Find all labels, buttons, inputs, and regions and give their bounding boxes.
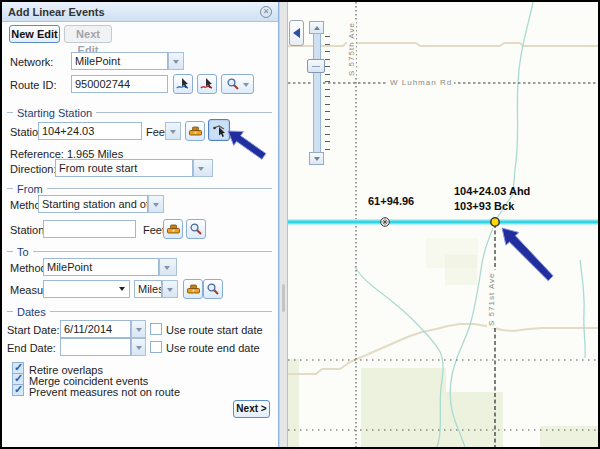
- zoom-slider-handle[interactable]: [307, 59, 325, 73]
- network-select[interactable]: MilePoint: [71, 52, 168, 70]
- field-polygons: [288, 238, 598, 447]
- station-back-label: 103+93 Bck: [454, 200, 514, 212]
- measure-tool-icon: [188, 124, 203, 138]
- clear-selection-icon: [200, 77, 214, 91]
- map-canvas[interactable]: 61+94.96 104+24.03 Ahd 103+93 Bck W Luhm…: [288, 2, 598, 447]
- from-measure-tool-button[interactable]: [163, 219, 183, 239]
- measure-tool-icon: [186, 282, 201, 296]
- station-unit-dropdown-arrow-icon[interactable]: [165, 122, 181, 140]
- station-input[interactable]: 104+24.03: [38, 122, 142, 140]
- dates-legend: Dates: [7, 305, 272, 318]
- clear-route-selection-button[interactable]: [197, 74, 217, 94]
- map-annotation-arrow: [502, 228, 553, 281]
- network-dropdown-arrow-icon[interactable]: [168, 52, 184, 70]
- use-route-start-date-label: Use route start date: [166, 323, 263, 337]
- prevent-measures-checkbox[interactable]: [12, 384, 24, 396]
- from-method-select[interactable]: Starting station and offset: [38, 195, 148, 213]
- measure-unit-select[interactable]: Miles: [134, 280, 162, 298]
- road-label-575th: S 575th Ave: [347, 20, 356, 78]
- direction-select[interactable]: From route start: [55, 159, 193, 177]
- collapse-arrow-icon: [293, 28, 300, 38]
- to-method-dropdown-arrow-icon[interactable]: [159, 258, 177, 276]
- measure-combo[interactable]: [43, 280, 130, 298]
- measure-tool-button[interactable]: [183, 279, 203, 299]
- map-graphics: [288, 2, 598, 447]
- from-station-label: Station:: [10, 223, 47, 237]
- start-date-dropdown-arrow-icon[interactable]: [131, 320, 146, 338]
- select-route-on-map-button[interactable]: [173, 74, 193, 94]
- measure-tool-icon: [166, 222, 181, 236]
- pick-station-from-map-button[interactable]: [208, 119, 230, 141]
- application-window: Add Linear Events ✕ New Edit Next Edit N…: [0, 0, 600, 449]
- zoom-slider-track[interactable]: [313, 33, 321, 153]
- search-icon: [226, 77, 240, 91]
- direction-label: Direction:: [10, 162, 56, 176]
- new-edit-button[interactable]: New Edit: [9, 25, 60, 43]
- zoom-in-icon: [314, 26, 320, 30]
- from-method-dropdown-arrow-icon[interactable]: [148, 195, 164, 213]
- pick-station-icon: [212, 123, 227, 138]
- zoom-slider-ticks: [325, 36, 330, 150]
- reference-post-marker: [381, 218, 390, 227]
- legend-text: Dates: [17, 306, 46, 318]
- end-date-input[interactable]: [60, 338, 131, 356]
- use-route-start-date-checkbox[interactable]: [150, 323, 162, 335]
- search-icon: [189, 222, 203, 236]
- station-measure-tool-button[interactable]: [185, 121, 205, 141]
- search-dropdown-caret-icon: [243, 83, 249, 90]
- road-label-luhman: W Luhman Rd: [388, 78, 454, 87]
- measure-combo-caret-icon[interactable]: [119, 287, 125, 294]
- add-linear-events-panel: Add Linear Events ✕ New Edit Next Edit N…: [2, 2, 279, 447]
- panel-titlebar[interactable]: Add Linear Events ✕: [2, 2, 278, 22]
- starting-station-legend: Starting Station: [7, 106, 272, 119]
- end-date-label: End Date:: [7, 341, 56, 355]
- panel-splitter[interactable]: [279, 2, 288, 447]
- panel-title: Add Linear Events: [8, 6, 260, 18]
- picked-station-marker[interactable]: [491, 218, 499, 226]
- use-route-end-date-checkbox[interactable]: [150, 341, 162, 353]
- search-icon: [206, 282, 220, 296]
- direction-dropdown-arrow-icon[interactable]: [193, 159, 213, 177]
- network-label: Network:: [10, 55, 53, 69]
- close-icon[interactable]: ✕: [260, 6, 272, 18]
- collapse-panel-button[interactable]: [289, 20, 304, 46]
- prevent-measures-label: Prevent measures not on route: [29, 385, 180, 399]
- station-ahead-label: 104+24.03 Ahd: [454, 185, 530, 197]
- legend-text: From: [17, 183, 43, 195]
- route-id-input[interactable]: 950002744: [71, 75, 168, 93]
- route-id-label: Route ID:: [10, 78, 56, 92]
- end-date-dropdown-arrow-icon[interactable]: [131, 338, 146, 356]
- measure-unit-dropdown-arrow-icon[interactable]: [162, 280, 178, 298]
- zoom-out-button[interactable]: [309, 152, 324, 165]
- road-label-571st: S 571st Ave: [487, 270, 496, 328]
- next-button[interactable]: Next >: [233, 400, 270, 418]
- start-date-input[interactable]: 6/11/2014: [60, 320, 131, 338]
- select-route-icon: [176, 77, 190, 91]
- from-station-unit-label: Feet: [143, 223, 165, 237]
- to-method-select[interactable]: MilePoint: [43, 258, 159, 276]
- from-legend: From: [7, 182, 272, 195]
- from-station-search-button[interactable]: [186, 219, 206, 239]
- legend-text: To: [17, 246, 29, 258]
- measure-search-button[interactable]: [203, 279, 223, 299]
- station-measure-label: 61+94.96: [368, 195, 414, 207]
- next-edit-button[interactable]: Next Edit: [64, 25, 112, 43]
- legend-text: Starting Station: [17, 107, 92, 119]
- minor-roads: [288, 43, 598, 374]
- zoom-out-icon: [314, 157, 320, 161]
- splitter-grip-icon: [282, 284, 285, 312]
- start-date-label: Start Date:: [7, 323, 60, 337]
- route-search-button[interactable]: [221, 74, 254, 94]
- from-station-input[interactable]: [43, 220, 136, 238]
- use-route-end-date-label: Use route end date: [166, 341, 260, 355]
- to-legend: To: [7, 245, 272, 258]
